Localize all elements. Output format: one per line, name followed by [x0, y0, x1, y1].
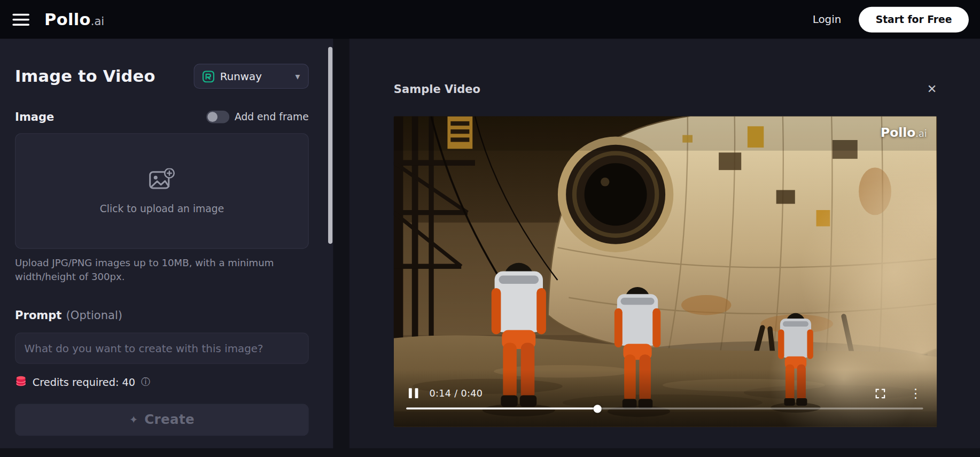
image-upload-icon — [149, 168, 175, 193]
info-icon[interactable]: ⓘ — [141, 377, 151, 387]
model-selector-value: Runway — [220, 70, 290, 82]
video-progress-played — [406, 408, 597, 410]
create-button[interactable]: ✦ Create — [15, 404, 309, 436]
sidebar-scrollbar[interactable] — [328, 47, 332, 244]
prompt-optional-label: (Optional) — [66, 308, 122, 322]
video-progress-knob[interactable] — [594, 405, 602, 413]
pollo-watermark: Pollo .ai — [881, 125, 927, 140]
pause-icon[interactable] — [408, 387, 419, 399]
image-to-video-panel: Image to Video Runway ▾ Image Add end fr… — [0, 39, 333, 448]
prompt-input[interactable] — [15, 332, 309, 363]
logo-brand: Pollo — [44, 10, 91, 29]
video-controls: 0:14 / 0:40 ⋮ — [408, 387, 922, 399]
fullscreen-icon[interactable] — [875, 388, 885, 399]
navbar: Pollo .ai Login Start for Free — [0, 0, 980, 39]
sample-video-title: Sample Video — [394, 82, 480, 96]
logo-suffix: .ai — [91, 14, 104, 28]
toggle-knob — [208, 112, 218, 122]
app-logo[interactable]: Pollo .ai — [44, 10, 104, 29]
video-player[interactable]: Pollo .ai 0:14 / 0:40 ⋮ — [394, 117, 937, 427]
sparkle-icon: ✦ — [129, 414, 138, 426]
upload-hint: Upload JPG/PNG images up to 10MB, with a… — [15, 257, 296, 285]
start-for-free-button[interactable]: Start for Free — [859, 6, 969, 32]
image-section-label: Image — [15, 110, 54, 123]
image-upload-dropzone[interactable]: Click to upload an image — [15, 133, 309, 249]
navbar-actions: Login Start for Free — [813, 6, 969, 32]
login-link[interactable]: Login — [813, 13, 842, 26]
chevron-down-icon: ▾ — [295, 71, 300, 82]
credits-coin-icon — [15, 375, 27, 390]
hamburger-menu-icon[interactable] — [12, 13, 29, 25]
prompt-label: Prompt — [15, 308, 61, 322]
more-options-icon[interactable]: ⋮ — [909, 387, 922, 399]
credits-row: Credits required: 40 ⓘ — [15, 375, 309, 390]
add-end-frame-label: Add end frame — [235, 111, 309, 122]
add-end-frame-toggle[interactable] — [206, 110, 229, 122]
time-display: 0:14 / 0:40 — [430, 388, 483, 399]
close-icon[interactable]: ✕ — [927, 83, 937, 95]
add-end-frame-control: Add end frame — [206, 110, 309, 122]
runway-logo-icon — [203, 71, 214, 82]
model-selector-dropdown[interactable]: Runway ▾ — [194, 64, 309, 89]
upload-instruction: Click to upload an image — [100, 202, 224, 214]
video-progress-track[interactable] — [406, 408, 923, 410]
credits-required-text: Credits required: 40 — [33, 376, 135, 388]
app-viewport: Pollo .ai Login Start for Free Image to … — [0, 0, 980, 457]
page-title: Image to Video — [15, 67, 155, 86]
page-body: Image to Video Runway ▾ Image Add end fr… — [0, 39, 980, 457]
sample-video-panel: Sample Video ✕ — [349, 39, 980, 448]
